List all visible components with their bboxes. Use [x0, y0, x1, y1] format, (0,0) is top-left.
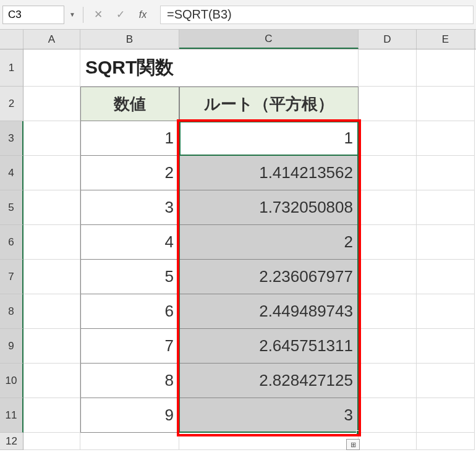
name-box-value: C3: [8, 9, 22, 21]
cell-b8[interactable]: 6: [80, 294, 179, 329]
cell-c9[interactable]: 2.645751311: [179, 329, 359, 364]
row-9: 9 7 2.645751311: [0, 329, 476, 364]
cell-e12[interactable]: [417, 433, 475, 450]
cell-a12[interactable]: [23, 433, 80, 450]
cell-e1[interactable]: [417, 49, 475, 87]
cell-b6[interactable]: 4: [80, 225, 179, 260]
name-box[interactable]: C3: [2, 6, 64, 24]
formula-text: =SQRT(B3): [167, 7, 232, 22]
cell-d11[interactable]: [359, 398, 417, 433]
row-7: 7 5 2.236067977: [0, 260, 476, 294]
row-12: 12: [0, 433, 476, 450]
cell-a2[interactable]: [23, 87, 80, 121]
cell-e3[interactable]: [417, 121, 475, 156]
confirm-icon: ✓: [111, 6, 130, 23]
cell-a9[interactable]: [23, 329, 80, 364]
cell-a10[interactable]: [23, 364, 80, 398]
row-1: 1 SQRT関数: [0, 49, 476, 87]
formula-input[interactable]: =SQRT(B3): [160, 6, 474, 24]
row-header[interactable]: 7: [0, 260, 23, 294]
cell-c4[interactable]: 1.414213562: [179, 156, 359, 190]
cell-d7[interactable]: [359, 260, 417, 294]
row-header[interactable]: 6: [0, 225, 23, 260]
cell-e2[interactable]: [417, 87, 475, 121]
cell-a7[interactable]: [23, 260, 80, 294]
cell-c1[interactable]: [179, 49, 359, 87]
cell-d9[interactable]: [359, 329, 417, 364]
cell-a11[interactable]: [23, 398, 80, 433]
cell-e7[interactable]: [417, 260, 475, 294]
cell-c3[interactable]: 1: [179, 121, 359, 156]
col-header-a[interactable]: A: [23, 30, 80, 49]
cell-d4[interactable]: [359, 156, 417, 190]
cell-d6[interactable]: [359, 225, 417, 260]
row-header[interactable]: 9: [0, 329, 23, 364]
cell-c12[interactable]: [179, 433, 359, 450]
row-header[interactable]: 8: [0, 294, 23, 329]
row-5: 5 3 1.732050808: [0, 190, 476, 225]
row-10: 10 8 2.828427125: [0, 364, 476, 398]
cell-b2[interactable]: 数値: [80, 87, 179, 121]
cell-b10[interactable]: 8: [80, 364, 179, 398]
cell-c5[interactable]: 1.732050808: [179, 190, 359, 225]
cell-c7[interactable]: 2.236067977: [179, 260, 359, 294]
cell-e5[interactable]: [417, 190, 475, 225]
row-header[interactable]: 11: [0, 398, 23, 433]
cell-b1[interactable]: SQRT関数: [80, 49, 179, 87]
row-header[interactable]: 3: [0, 121, 23, 156]
cell-d2[interactable]: [359, 87, 417, 121]
cell-e9[interactable]: [417, 329, 475, 364]
cell-b12[interactable]: [80, 433, 179, 450]
cell-c11[interactable]: 3: [179, 398, 359, 433]
col-header-b[interactable]: B: [80, 30, 179, 49]
cell-d12[interactable]: [359, 433, 417, 450]
cell-c10[interactable]: 2.828427125: [179, 364, 359, 398]
cell-c6[interactable]: 2: [179, 225, 359, 260]
row-6: 6 4 2: [0, 225, 476, 260]
row-header[interactable]: 5: [0, 190, 23, 225]
cell-e8[interactable]: [417, 294, 475, 329]
col-header-c[interactable]: C: [179, 30, 359, 49]
separator: [83, 7, 83, 23]
autofill-options-icon[interactable]: ⊞: [346, 439, 360, 450]
cancel-icon: ✕: [88, 6, 108, 23]
row-4: 4 2 1.414213562: [0, 156, 476, 190]
cell-b11[interactable]: 9: [80, 398, 179, 433]
spreadsheet: A B C D E 1 SQRT関数 2 数値 ルート（平方根） 3 1 1: [0, 30, 476, 450]
row-header[interactable]: 4: [0, 156, 23, 190]
cell-a4[interactable]: [23, 156, 80, 190]
cell-d1[interactable]: [359, 49, 417, 87]
cell-a1[interactable]: [23, 49, 80, 87]
cell-a5[interactable]: [23, 190, 80, 225]
row-header[interactable]: 2: [0, 87, 23, 121]
row-2: 2 数値 ルート（平方根）: [0, 87, 476, 121]
row-header[interactable]: 1: [0, 49, 23, 87]
cell-d3[interactable]: [359, 121, 417, 156]
cell-e11[interactable]: [417, 398, 475, 433]
cell-b4[interactable]: 2: [80, 156, 179, 190]
row-header[interactable]: 10: [0, 364, 23, 398]
cell-a6[interactable]: [23, 225, 80, 260]
cell-e4[interactable]: [417, 156, 475, 190]
cell-a3[interactable]: [23, 121, 80, 156]
cell-d10[interactable]: [359, 364, 417, 398]
col-header-e[interactable]: E: [417, 30, 475, 49]
col-header-d[interactable]: D: [359, 30, 417, 49]
cell-b9[interactable]: 7: [80, 329, 179, 364]
fx-icon[interactable]: fx: [133, 6, 153, 23]
row-header[interactable]: 12: [0, 433, 23, 450]
name-box-dropdown-icon[interactable]: ▼: [67, 6, 78, 24]
cell-b7[interactable]: 5: [80, 260, 179, 294]
cell-c2[interactable]: ルート（平方根）: [179, 87, 359, 121]
cell-e10[interactable]: [417, 364, 475, 398]
column-headers: A B C D E: [0, 30, 476, 49]
cell-a8[interactable]: [23, 294, 80, 329]
cell-e6[interactable]: [417, 225, 475, 260]
select-all-corner[interactable]: [0, 30, 23, 49]
cell-b5[interactable]: 3: [80, 190, 179, 225]
cell-d5[interactable]: [359, 190, 417, 225]
cell-c8[interactable]: 2.449489743: [179, 294, 359, 329]
cell-b3[interactable]: 1: [80, 121, 179, 156]
grid-rows: 1 SQRT関数 2 数値 ルート（平方根） 3 1 1 4 2: [0, 49, 476, 450]
cell-d8[interactable]: [359, 294, 417, 329]
